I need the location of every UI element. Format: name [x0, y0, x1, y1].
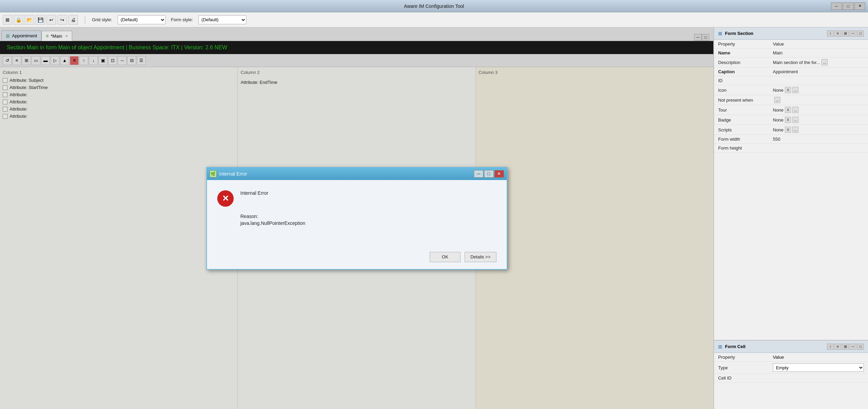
app-title: Aware IM Configuration Tool [404, 3, 464, 9]
form-cell-controls: ↕ ≡ ⊞ ─ □ [827, 344, 864, 350]
error-main-row: Internal Error [217, 190, 496, 207]
cell-sort-btn[interactable]: ↕ [827, 344, 834, 350]
prop-formheight-value [769, 144, 868, 153]
title-bar-controls: ─ □ ✕ [831, 2, 865, 10]
cell-props-btn[interactable]: ⊞ [842, 344, 849, 350]
notpresent-value-row: ... [773, 97, 864, 103]
toolbar-icon-5[interactable]: ↩ [47, 15, 56, 25]
dialog-minimize-btn[interactable]: ─ [474, 170, 483, 178]
error-icon [217, 190, 234, 207]
dialog-close-btn[interactable]: ✕ [494, 170, 504, 178]
prop-formwidth-value: 550 [769, 135, 868, 144]
prop-row-caption: Caption Appointment [714, 67, 868, 76]
toolbar-icon-3[interactable]: 📂 [25, 15, 34, 25]
form-style-select[interactable]: (Default) [198, 15, 246, 24]
toolbar-icon-2[interactable]: 🔒 [14, 15, 23, 25]
separator-1 [85, 16, 85, 24]
type-dropdown[interactable]: Empty [773, 363, 864, 372]
prop-notpresent-value: ... [769, 95, 868, 105]
prop-row-id: ID [714, 76, 868, 85]
toolbar-icon-7[interactable]: 🖨 [68, 15, 78, 25]
filter-btn[interactable]: ≡ [834, 30, 841, 37]
prop-id-value [769, 76, 868, 85]
cell-type-row: Type Empty [714, 362, 868, 374]
desc-value-row: Main section of the for... ... [773, 59, 864, 65]
form-section-icon: ⊞ [718, 31, 722, 36]
cell-filter-btn[interactable]: ≡ [834, 344, 841, 350]
details-button[interactable]: Details >> [465, 252, 496, 262]
icon-dots-btn[interactable]: ... [792, 87, 799, 93]
right-panel: ⊞ Form Section ↕ ≡ ⊞ ─ □ Property Value [714, 27, 868, 409]
prop-row-icon: Icon None X ... [714, 85, 868, 95]
prop-row-scripts: Scripts None X ... [714, 125, 868, 135]
prop-formheight-label: Form height [714, 144, 769, 153]
toolbar-icon-6[interactable]: ↪ [57, 15, 67, 25]
notpresent-dots-btn[interactable]: ... [774, 97, 780, 103]
left-panel: ⊞ Appointment ≡ *Main × ─ □ Section Main… [0, 27, 714, 409]
prop-row-tour: Tour None X ... [714, 105, 868, 115]
desc-dots-btn[interactable]: ... [821, 59, 828, 65]
cell-val-header: Value [769, 353, 868, 362]
dialog-title-text: Internal Error [219, 171, 471, 177]
cell-min-btn[interactable]: ─ [850, 344, 856, 350]
dialog-content: Internal Error Reason: java.lang.NullPoi… [207, 180, 507, 248]
prop-badge-value: None X ... [769, 115, 868, 125]
prop-row-description: Description Main section of the for... .… [714, 57, 868, 67]
prop-row-notpresent: Not present when ... [714, 95, 868, 105]
cell-max-btn[interactable]: □ [857, 344, 864, 350]
close-button[interactable]: ✕ [854, 2, 865, 10]
form-cell-panel: ⊞ Form Cell ↕ ≡ ⊞ ─ □ Property Value [714, 341, 868, 409]
badge-dots-btn[interactable]: ... [792, 117, 799, 123]
maximize-button[interactable]: □ [843, 2, 854, 10]
prop-icon-value: None X ... [769, 85, 868, 95]
icon-x-btn[interactable]: X [785, 87, 791, 93]
dialog-maximize-btn[interactable]: □ [484, 170, 494, 178]
reason-label: Reason: [241, 214, 496, 219]
error-title-text: Internal Error [241, 190, 269, 196]
toolbar-icon-4[interactable]: 💾 [36, 15, 45, 25]
form-section-controls: ↕ ≡ ⊞ ─ □ [827, 30, 864, 37]
prop-tour-value: None X ... [769, 105, 868, 115]
grid-style-label: Grid style: [92, 17, 112, 22]
grid-style-select[interactable]: (Default) [118, 15, 166, 24]
prop-col-header: Property [714, 40, 769, 49]
prop-name-value: Main [769, 49, 868, 57]
minimize-button[interactable]: ─ [831, 2, 842, 10]
modal-overlay: 🌿 Internal Error ─ □ ✕ Inter [0, 27, 713, 409]
cell-prop-header: Property [714, 353, 769, 362]
error-dialog: 🌿 Internal Error ─ □ ✕ Inter [206, 167, 507, 270]
tour-dots-btn[interactable]: ... [792, 107, 799, 113]
cell-id-label: Cell ID [714, 374, 769, 383]
prop-name-label: Name [714, 49, 769, 57]
reason-value: java.lang.NullPointerException [241, 220, 496, 226]
prop-badge-label: Badge [714, 115, 769, 125]
prop-icon-label: Icon [714, 85, 769, 95]
prop-caption-value: Appointment [769, 67, 868, 76]
scripts-value-row: None X ... [773, 127, 864, 133]
ok-button[interactable]: OK [430, 252, 461, 262]
prop-caption-label: Caption [714, 67, 769, 76]
tour-x-btn[interactable]: X [785, 107, 791, 113]
tour-value-row: None X ... [773, 107, 864, 113]
panel-min-btn[interactable]: ─ [850, 30, 856, 37]
scripts-x-btn[interactable]: X [785, 127, 791, 133]
form-section-panel: ⊞ Form Section ↕ ≡ ⊞ ─ □ Property Value [714, 27, 868, 341]
error-circle [217, 190, 234, 207]
top-toolbar: ⊠ 🔒 📂 💾 ↩ ↪ 🖨 Grid style: (Default) Form… [0, 12, 868, 27]
form-cell-table: Property Value Type Empty [714, 353, 868, 383]
prop-row-formwidth: Form width 550 [714, 135, 868, 144]
dialog-title-icon: 🌿 [210, 170, 217, 177]
toolbar-icons-group: ⊠ 🔒 📂 💾 ↩ ↪ 🖨 [3, 15, 78, 25]
prop-scripts-label: Scripts [714, 125, 769, 135]
form-section-title: Form Section [725, 31, 824, 36]
toolbar-icon-1[interactable]: ⊠ [3, 15, 12, 25]
sort-btn[interactable]: ↕ [827, 30, 834, 37]
dialog-title-controls: ─ □ ✕ [474, 170, 504, 178]
scripts-dots-btn[interactable]: ... [792, 127, 799, 133]
prop-desc-value: Main section of the for... ... [769, 57, 868, 67]
props-btn[interactable]: ⊞ [842, 30, 849, 37]
cell-type-value: Empty [769, 362, 868, 374]
dialog-titlebar: 🌿 Internal Error ─ □ ✕ [207, 168, 507, 180]
panel-close-btn2[interactable]: □ [857, 30, 864, 37]
badge-x-btn[interactable]: X [785, 117, 791, 123]
